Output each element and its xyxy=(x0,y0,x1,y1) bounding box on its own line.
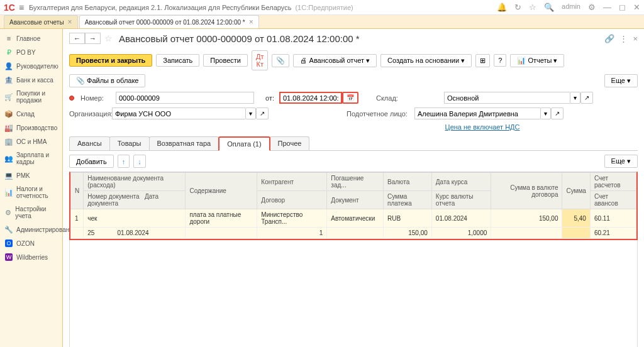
help-button[interactable]: ? xyxy=(494,54,506,67)
add-row-button[interactable]: Добавить xyxy=(69,155,114,168)
move-down-button[interactable]: ↓ xyxy=(133,155,146,168)
doc-tab-list[interactable]: Авансовые отчеты × xyxy=(4,15,78,28)
post-and-close-button[interactable]: Провести и закрыть xyxy=(69,54,152,67)
table-row[interactable]: 25 01.08.2024 1 150,00 1,0000 60.21 xyxy=(71,228,636,239)
col-sum[interactable]: Сумма xyxy=(562,173,590,209)
tab-payment[interactable]: Оплата (1) xyxy=(218,136,270,151)
nav-back-button[interactable]: ← xyxy=(69,33,85,44)
col-doc-name[interactable]: Наименование документа (расхода) xyxy=(84,173,186,191)
sidebar: ≡Главное ₽PO BY 👤Руководителю 🏦Банк и ка… xyxy=(0,29,63,347)
structure-button[interactable]: ⊞ xyxy=(475,54,490,67)
search-icon[interactable]: 🔍 xyxy=(544,3,554,12)
person-open-button[interactable]: ↗ xyxy=(551,107,564,119)
cloud-files-button[interactable]: 📎 Файлы в облаке xyxy=(69,74,145,87)
tab-close-icon[interactable]: × xyxy=(68,18,72,26)
sidebar-item-pmk[interactable]: 💻PMK xyxy=(0,168,62,182)
more-button[interactable]: Еще ▾ xyxy=(604,74,638,87)
sidebar-item-taxes[interactable]: 📊Налоги и отчетность xyxy=(0,182,62,202)
person-icon: 👤 xyxy=(5,62,13,70)
link-icon[interactable]: 🔗 xyxy=(604,34,614,43)
col-rate-date[interactable]: Дата курса xyxy=(431,173,491,191)
date-label: от: xyxy=(265,94,274,102)
minimize-icon[interactable]: — xyxy=(603,3,611,12)
dt-ct-button[interactable]: ДтКт xyxy=(252,50,269,70)
warehouse-open-button[interactable]: ↗ xyxy=(580,92,593,104)
org-open-button[interactable]: ↗ xyxy=(256,107,269,119)
table-row[interactable]: 1 чек плата за платные дороги Министерст… xyxy=(71,209,636,228)
org-select-button[interactable]: ▾ xyxy=(245,107,256,119)
org-input[interactable] xyxy=(112,107,245,119)
document-title: Авансовый отчет 0000-000009 от 01.08.202… xyxy=(119,33,360,44)
sidebar-item-settings[interactable]: ⚙Настройки учета xyxy=(0,202,62,223)
sidebar-item-poby[interactable]: ₽PO BY xyxy=(0,45,62,59)
settings-icon[interactable]: ⚙ xyxy=(588,3,596,12)
maximize-icon[interactable]: ◻ xyxy=(619,3,626,12)
price-nds-link[interactable]: Цена не включает НДС xyxy=(445,123,520,131)
col-acc[interactable]: Счет расчетов xyxy=(590,173,636,191)
create-based-button[interactable]: Создать на основании ▾ xyxy=(380,54,472,67)
sidebar-item-main[interactable]: ≡Главное xyxy=(0,31,62,45)
col-n[interactable]: N xyxy=(71,173,84,209)
payments-table: N Наименование документа (расхода) Содер… xyxy=(70,172,636,239)
number-input[interactable] xyxy=(116,92,254,104)
box-icon: 📦 xyxy=(5,110,13,118)
calendar-button[interactable]: 📅 xyxy=(342,92,358,104)
sidebar-item-manager[interactable]: 👤Руководителю xyxy=(0,59,62,73)
person-select-button[interactable]: ▾ xyxy=(540,107,551,119)
sidebar-item-production[interactable]: 🏭Производство xyxy=(0,121,62,135)
table-more-button[interactable]: Еще ▾ xyxy=(604,155,638,168)
col-rate[interactable]: Курс валюты отчета xyxy=(431,191,491,209)
warehouse-input[interactable] xyxy=(444,92,570,104)
col-payment-sum[interactable]: Сумма платежа xyxy=(383,191,431,209)
kebab-icon[interactable]: ⋮ xyxy=(619,34,628,43)
close-doc-icon[interactable]: × xyxy=(633,34,638,43)
menu-burger-icon[interactable]: ≡ xyxy=(19,3,24,13)
col-settlement[interactable]: Погашение зад... xyxy=(327,173,384,191)
reports-button[interactable]: 📊 Отчеты ▾ xyxy=(510,54,564,67)
col-document[interactable]: Документ xyxy=(327,191,384,209)
col-contractor[interactable]: Контрагент xyxy=(257,173,327,191)
monitor-icon: 💻 xyxy=(5,172,13,179)
bank-icon: 🏦 xyxy=(5,76,13,84)
ruble-icon: ₽ xyxy=(5,48,13,56)
sidebar-item-ozon[interactable]: OOZON xyxy=(0,236,62,250)
col-contract[interactable]: Договор xyxy=(257,191,327,209)
sidebar-item-sales[interactable]: 🛒Покупки и продажи xyxy=(0,87,62,107)
tab-advances[interactable]: Авансы xyxy=(69,136,110,151)
close-window-icon[interactable]: ✕ xyxy=(633,3,640,12)
attach-button[interactable]: 📎 xyxy=(272,54,289,67)
sidebar-item-warehouse[interactable]: 📦Склад xyxy=(0,107,62,121)
nav-forward-button[interactable]: → xyxy=(85,33,101,44)
tab-close-icon[interactable]: × xyxy=(249,18,253,26)
building-icon: 🏢 xyxy=(5,138,13,145)
col-sum-contract[interactable]: Сумма в валюте договора xyxy=(491,173,562,209)
col-acc-adv[interactable]: Счет авансов xyxy=(590,191,636,209)
tab-goods[interactable]: Товары xyxy=(109,136,150,151)
logo-1c: 1C xyxy=(4,3,15,13)
save-button[interactable]: Записать xyxy=(156,54,199,67)
star-icon[interactable]: ☆ xyxy=(529,3,536,12)
print-advance-button[interactable]: 🖨 Авансовый отчет ▾ xyxy=(293,54,377,67)
bell-icon[interactable]: 🔔 xyxy=(497,3,507,12)
favorite-star-icon[interactable]: ☆ xyxy=(104,33,113,43)
user-label[interactable]: admin xyxy=(562,3,580,12)
history-icon[interactable]: ↻ xyxy=(514,3,521,12)
sidebar-item-bank[interactable]: 🏦Банк и касса xyxy=(0,73,62,87)
post-button[interactable]: Провести xyxy=(203,54,248,67)
tab-other[interactable]: Прочее xyxy=(270,136,310,151)
tab-returnable[interactable]: Возвратная тара xyxy=(149,136,219,151)
sidebar-item-wb[interactable]: WWildberries xyxy=(0,250,62,264)
sidebar-item-admin[interactable]: 🔧Администрирование xyxy=(0,223,62,236)
doc-tab-current[interactable]: Авансовый отчет 0000-000009 от 01.08.202… xyxy=(79,15,259,28)
sidebar-item-payroll[interactable]: 👥Зарплата и кадры xyxy=(0,148,62,168)
ozon-icon: O xyxy=(5,240,13,247)
sidebar-item-assets[interactable]: 🏢ОС и НМА xyxy=(0,135,62,148)
move-up-button[interactable]: ↑ xyxy=(118,155,130,168)
person-input[interactable] xyxy=(414,107,540,119)
app-subtitle: (1С:Предприятие) xyxy=(295,4,353,11)
col-doc-num[interactable]: Номер документа Дата документа xyxy=(84,191,186,209)
warehouse-select-button[interactable]: ▾ xyxy=(570,92,580,104)
col-currency[interactable]: Валюта xyxy=(383,173,431,191)
date-input[interactable] xyxy=(279,92,342,104)
col-content[interactable]: Содержание xyxy=(186,173,257,209)
